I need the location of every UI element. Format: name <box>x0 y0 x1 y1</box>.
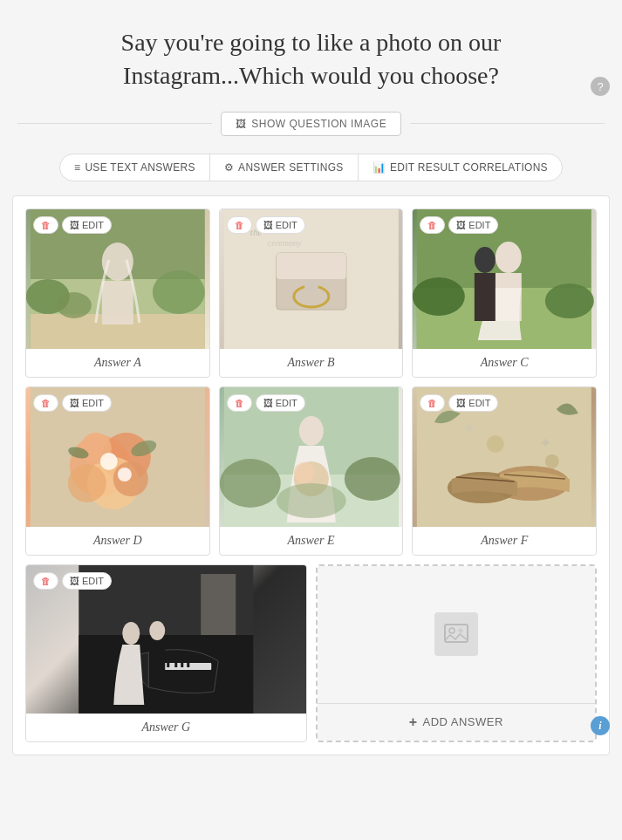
answer-e-edit-controls: 🗑 🖼 EDIT <box>227 394 305 412</box>
answer-g-label: Answer G <box>26 714 306 741</box>
show-image-row: 🖼 SHOW QUESTION IMAGE <box>0 112 622 136</box>
divider-right <box>410 123 605 124</box>
help-icon[interactable]: ? <box>591 77 610 96</box>
use-text-answers-button[interactable]: ≡ USE TEXT ANSWERS <box>60 154 210 181</box>
add-answer-button[interactable]: + ADD ANSWER <box>318 703 596 741</box>
answer-e-label: Answer E <box>220 527 403 555</box>
image-icon-g: 🖼 <box>70 576 79 586</box>
svg-point-27 <box>68 464 106 502</box>
answer-b-label: Answer B <box>220 349 403 377</box>
answer-b-edit-button[interactable]: 🖼 EDIT <box>256 216 305 234</box>
answer-c-label: Answer C <box>413 349 596 377</box>
toolbar: ≡ USE TEXT ANSWERS ⚙ ANSWER SETTINGS 📊 E… <box>0 154 622 181</box>
svg-point-7 <box>57 292 92 318</box>
bars-icon: ≡ <box>74 161 80 174</box>
svg-point-12 <box>304 281 318 291</box>
question-title: Say you're going to like a photo on our … <box>0 26 622 92</box>
add-answer-placeholder-icon <box>434 612 478 656</box>
svg-point-6 <box>153 270 205 314</box>
answer-b-delete-button[interactable]: 🗑 <box>227 216 252 234</box>
info-icon[interactable]: i <box>591 716 610 735</box>
svg-point-49 <box>487 435 504 453</box>
svg-rect-56 <box>167 663 169 667</box>
answer-cell-e: 🗑 🖼 EDIT Answer E <box>219 386 404 556</box>
show-question-image-button[interactable]: 🖼 SHOW QUESTION IMAGE <box>221 112 401 136</box>
svg-point-60 <box>122 622 140 645</box>
answer-g-edit-controls: 🗑 🖼 EDIT <box>33 572 112 590</box>
svg-point-36 <box>298 416 323 446</box>
svg-point-3 <box>102 242 133 281</box>
gear-icon: ⚙ <box>224 161 234 174</box>
svg-point-65 <box>449 628 455 633</box>
answer-a-delete-button[interactable]: 🗑 <box>33 216 58 234</box>
answer-a-label: Answer A <box>26 349 209 377</box>
svg-point-29 <box>113 461 148 496</box>
answer-f-edit-button[interactable]: 🖼 EDIT <box>448 394 498 412</box>
answer-a-edit-button[interactable]: 🖼 EDIT <box>62 216 112 234</box>
answer-cell-b: the ceremony 🗑 🖼 EDIT Answer B <box>219 208 404 378</box>
svg-text:✦: ✦ <box>461 418 476 440</box>
answer-e-delete-button[interactable]: 🗑 <box>227 394 252 412</box>
chart-icon: 📊 <box>373 161 386 174</box>
image-icon-a: 🖼 <box>70 220 79 230</box>
answer-d-delete-button[interactable]: 🗑 <box>33 394 58 412</box>
svg-rect-10 <box>276 253 345 279</box>
svg-text:✦: ✦ <box>539 434 552 452</box>
svg-point-50 <box>545 454 559 468</box>
svg-rect-20 <box>475 273 496 321</box>
bottom-row: 🗑 🖼 EDIT Answer G <box>25 564 597 742</box>
answer-e-edit-button[interactable]: 🖼 EDIT <box>256 394 305 412</box>
info-symbol: i <box>598 720 601 733</box>
answer-d-label: Answer D <box>26 527 209 555</box>
answer-d-edit-controls: 🗑 🖼 EDIT <box>33 394 112 412</box>
svg-point-41 <box>276 483 345 518</box>
svg-point-61 <box>149 621 165 640</box>
answer-f-edit-controls: 🗑 🖼 EDIT <box>420 394 498 412</box>
svg-point-38 <box>293 462 314 483</box>
answer-c-edit-controls: 🗑 🖼 EDIT <box>420 216 498 234</box>
svg-rect-62 <box>149 640 165 684</box>
svg-point-17 <box>496 242 522 273</box>
plus-icon: + <box>409 714 418 730</box>
image-icon: 🖼 <box>236 118 247 130</box>
answers-grid-container: 🗑 🖼 EDIT Answer A <box>12 195 610 755</box>
answer-settings-button[interactable]: ⚙ ANSWER SETTINGS <box>210 154 359 181</box>
answer-cell-c: 🗑 🖼 EDIT Answer C <box>412 208 597 378</box>
image-icon-f: 🖼 <box>456 398 466 408</box>
image-icon-b: 🖼 <box>263 220 273 230</box>
question-mark-icon: ? <box>597 80 603 93</box>
answer-f-delete-button[interactable]: 🗑 <box>420 394 445 412</box>
edit-result-correlations-button[interactable]: 📊 EDIT RESULT CORRELATIONS <box>359 154 562 181</box>
answer-d-edit-button[interactable]: 🖼 EDIT <box>62 394 112 412</box>
answer-cell-a: 🗑 🖼 EDIT Answer A <box>25 208 210 378</box>
answer-f-label: Answer F <box>413 527 596 555</box>
image-icon-d: 🖼 <box>70 398 79 408</box>
answer-cell-g: 🗑 🖼 EDIT Answer G <box>25 564 307 742</box>
svg-rect-64 <box>445 625 468 642</box>
answer-g-edit-button[interactable]: 🖼 EDIT <box>62 572 112 590</box>
svg-point-22 <box>545 283 594 318</box>
svg-text:ceremony: ceremony <box>267 238 301 248</box>
answer-cell-d: 🗑 🖼 EDIT Answer D <box>25 386 210 556</box>
svg-point-40 <box>344 457 400 501</box>
svg-rect-4 <box>102 281 133 324</box>
image-icon-e: 🖼 <box>263 398 273 408</box>
divider-left <box>17 123 212 124</box>
answer-g-delete-button[interactable]: 🗑 <box>33 572 58 590</box>
answer-cell-f: ✦ ✦ 🗑 🖼 EDIT <box>412 386 597 556</box>
svg-point-32 <box>100 453 118 470</box>
add-answer-cell: + ADD ANSWER <box>316 564 598 742</box>
svg-point-21 <box>413 277 465 316</box>
answers-grid: 🗑 🖼 EDIT Answer A <box>25 208 597 556</box>
svg-point-33 <box>118 468 132 481</box>
toolbar-inner: ≡ USE TEXT ANSWERS ⚙ ANSWER SETTINGS 📊 E… <box>59 154 563 181</box>
svg-rect-57 <box>174 663 177 667</box>
answer-b-edit-controls: 🗑 🖼 EDIT <box>227 216 305 234</box>
answer-c-edit-button[interactable]: 🖼 EDIT <box>448 216 498 234</box>
image-icon-c: 🖼 <box>456 220 466 230</box>
add-answer-image-area <box>318 566 596 703</box>
answer-c-delete-button[interactable]: 🗑 <box>420 216 445 234</box>
svg-rect-58 <box>181 663 183 667</box>
svg-rect-59 <box>187 663 189 667</box>
answer-a-edit-controls: 🗑 🖼 EDIT <box>33 216 112 234</box>
